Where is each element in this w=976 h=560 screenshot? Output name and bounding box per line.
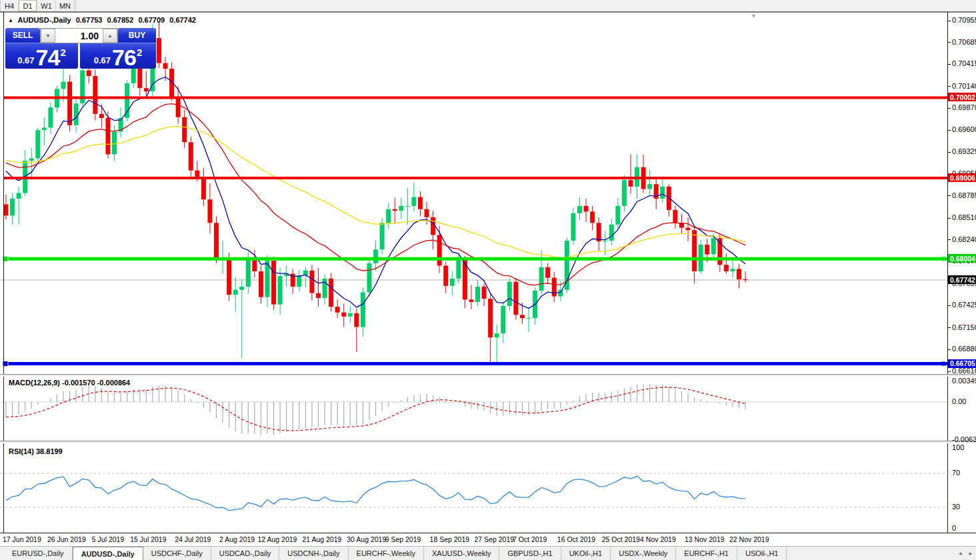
sell-button[interactable]: SELL: [5, 28, 40, 43]
candle: [443, 261, 448, 293]
toolbar-separator: [75, 0, 76, 11]
candle: [527, 307, 531, 331]
candle: [99, 104, 104, 127]
candle: [635, 154, 639, 199]
date-label: 18 Sep 2019: [430, 535, 470, 543]
price-tick-mark: [947, 195, 951, 196]
candle: [647, 169, 652, 195]
timeframe-button-h4[interactable]: H4: [0, 0, 19, 11]
candle: [571, 207, 575, 245]
line-handle[interactable]: [941, 257, 945, 261]
date-label: 16 Oct 2019: [557, 535, 595, 543]
date-label: 25 Oct 2019: [602, 535, 640, 543]
candle: [488, 293, 493, 363]
candle: [667, 184, 671, 216]
candle: [507, 279, 512, 311]
price-tick-label: 0.66610: [952, 367, 976, 375]
tab-eurusd-daily[interactable]: EURUSD-,Daily: [4, 547, 73, 560]
candle: [354, 309, 359, 352]
volume-input[interactable]: 1.00: [55, 29, 103, 43]
buy-pips: 76: [112, 47, 136, 67]
candle: [10, 193, 15, 225]
candle: [475, 280, 480, 306]
line-handle[interactable]: [941, 362, 945, 366]
price-tick-mark: [947, 108, 951, 109]
macd-plot[interactable]: [0, 377, 947, 444]
buy-button[interactable]: BUY: [118, 28, 156, 43]
candle: [55, 86, 59, 113]
tab-audusd-daily[interactable]: AUDUSD-,Daily: [73, 547, 143, 560]
price-tick-mark: [947, 327, 951, 328]
tab-usoil-h1[interactable]: USOil-,H1: [737, 547, 787, 560]
candle: [373, 241, 378, 271]
candle: [239, 279, 244, 359]
tab-ukoil-h1[interactable]: UKOil-,H1: [561, 547, 611, 560]
ohlc-open: 0.67753: [76, 16, 103, 24]
candle: [399, 198, 403, 219]
tab-usdcnh-daily[interactable]: USDCNH-,Daily: [279, 547, 348, 560]
rsi-panel-splitter[interactable]: [0, 441, 976, 443]
date-label: 21 Aug 2019: [302, 535, 341, 543]
tab-usdx-weekly[interactable]: USDX-,Weekly: [611, 547, 676, 560]
candle: [584, 199, 589, 222]
candle: [259, 265, 263, 303]
tab-scroll-right-icon[interactable]: ►: [968, 551, 973, 557]
chart-shift-marker-icon[interactable]: ▼: [751, 13, 757, 19]
timeframe-button-w1[interactable]: W1: [37, 0, 56, 11]
macd-axis-label: -0.00637: [952, 435, 976, 443]
tab-eurchf-weekly[interactable]: EURCHF-,Weekly: [349, 547, 424, 560]
tab-xauusd-weekly[interactable]: XAUUSD-,Weekly: [424, 547, 499, 560]
timeframe-toolbar: H4 D1 W1 MN: [0, 0, 976, 12]
candle: [597, 217, 601, 251]
tab-gbpusd-h1[interactable]: GBPUSD-,H1: [499, 547, 561, 560]
date-label: 13 Nov 2019: [685, 535, 725, 543]
timeframe-button-d1[interactable]: D1: [19, 0, 37, 11]
candle: [450, 271, 455, 295]
tab-usdchf-daily[interactable]: USDCHF-,Daily: [143, 547, 211, 560]
price-tick-label: 0.68785: [952, 191, 976, 199]
sell-pips: 74: [36, 47, 60, 67]
rsi-axis-label: 100: [952, 443, 964, 451]
candle: [189, 137, 193, 177]
buy-big-figure: 0.67: [94, 54, 111, 67]
price-tick-mark: [947, 371, 951, 372]
tab-scroll-left-icon[interactable]: ◄: [957, 551, 963, 557]
candle: [533, 287, 537, 325]
candle: [405, 188, 410, 224]
candle: [590, 206, 595, 230]
candle: [42, 117, 47, 145]
price-tick-label: 0.70140: [952, 82, 976, 90]
timeframe-button-mn[interactable]: MN: [56, 0, 75, 11]
candle: [329, 273, 333, 311]
tab-scroll-buttons: ◄ ►: [957, 547, 973, 560]
price-tick-mark: [947, 152, 951, 153]
tab-usdcad-daily[interactable]: USDCAD-,Daily: [211, 547, 280, 560]
candle: [348, 306, 353, 323]
collapse-triangle-icon[interactable]: ▲: [8, 17, 13, 23]
price-tick-label: 0.68240: [952, 235, 976, 243]
candle: [615, 198, 620, 229]
price-tick-mark: [947, 21, 951, 21]
volume-decrease-button[interactable]: ▼: [41, 29, 55, 43]
candle: [309, 265, 314, 300]
sell-price-display[interactable]: 0.67 74 2: [5, 43, 78, 69]
price-tick-label: 0.69870: [952, 103, 976, 111]
price-level-chip: 0.66705: [948, 359, 976, 368]
candle: [278, 268, 283, 315]
volume-increase-button[interactable]: ▲: [103, 29, 117, 43]
symbol-tab-bar: EURUSD-,DailyAUDUSD-,DailyUSDCHF-,DailyU…: [0, 546, 976, 560]
price-level-chip: 0.70002: [948, 93, 976, 101]
buy-price-display[interactable]: 0.67 76 2: [80, 43, 156, 69]
price-tick-label: 0.67425: [952, 301, 976, 309]
candle: [201, 168, 206, 206]
rsi-plot[interactable]: [0, 444, 947, 533]
price-tick-mark: [947, 86, 951, 87]
candle: [323, 274, 327, 305]
price-tick-label: 0.68510: [952, 213, 976, 221]
candle: [565, 238, 569, 293]
candle: [609, 219, 614, 245]
candle: [699, 240, 703, 274]
tab-eurchf-h1[interactable]: EURCHF-,H1: [676, 547, 737, 560]
price-tick-label: 0.66880: [952, 345, 976, 353]
macd-panel-splitter[interactable]: [0, 374, 976, 377]
